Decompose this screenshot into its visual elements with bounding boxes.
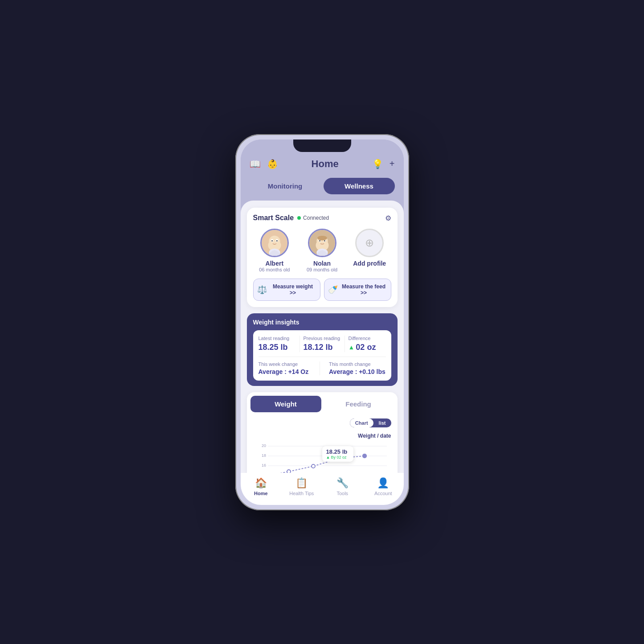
tooltip-change: ▲ By 02 oz [326,455,349,459]
add-profile-name: Add profile [353,260,386,267]
baby-icon[interactable]: 👶 [267,159,278,169]
list-toggle-option[interactable]: list [373,418,391,427]
connected-badge: Connected [297,215,329,221]
tooltip-up-icon: ▲ [326,455,330,459]
week-change-label: This week change [258,361,316,367]
diff-col: Difference ▲ 02 oz [349,336,386,352]
svg-point-31 [312,464,315,468]
albert-name: Albert [266,260,283,267]
svg-point-6 [276,240,278,242]
profile-nolan[interactable]: Nolan 09 months old [300,229,344,272]
tooltip-change-text: By 02 oz [331,455,346,459]
tools-nav-icon: 🔧 [336,477,349,489]
measure-weight-button[interactable]: ⚖️ Measure weight >> [253,279,320,301]
lightbulb-icon[interactable]: 💡 [372,159,383,169]
nav-account[interactable]: 👤 Account [363,477,404,496]
connected-label: Connected [303,215,329,221]
albert-age: 06 months old [259,267,290,272]
up-arrow-icon: ▲ [349,344,355,351]
smart-scale-card: Smart Scale Connected ⚙ [247,208,398,307]
tooltip-value: 18.25 lb [326,448,349,455]
wf-tab-row: Weight Feeding [247,392,398,416]
connected-dot [297,216,301,220]
svg-point-5 [271,240,273,242]
chart-list-toggle: Chart list [350,418,391,427]
book-icon[interactable]: 📖 [250,159,261,169]
svg-point-34 [362,454,367,458]
albert-avatar [260,229,289,257]
previous-col: Previous reading 18.12 lb [304,336,345,352]
svg-point-2 [269,235,280,246]
header-left-icons: 📖 👶 [250,159,278,169]
nav-home[interactable]: 🏠 Home [241,477,282,496]
bottle-icon: 🍼 [328,285,338,295]
latest-label: Latest reading [258,336,296,341]
tools-nav-label: Tools [336,491,348,496]
week-avg-value: +14 Oz [288,368,309,375]
nolan-age: 09 months old [307,267,337,272]
nolan-avatar [308,229,336,257]
chart-title: Weight / date [358,433,391,439]
latest-col: Latest reading 18.25 lb [258,336,300,352]
measure-feed-label: Measure the feed >> [340,283,387,296]
week-change-col: This week change Average : +14 Oz [258,361,316,375]
chart-tooltip: 18.25 lb ▲ By 02 oz [322,446,353,462]
page-title: Home [278,158,372,170]
tab-weight[interactable]: Weight [250,396,321,412]
diff-value: ▲ 02 oz [349,343,386,352]
header-right-icons: 💡 + [372,159,395,169]
month-change-label: This month change [329,361,386,367]
home-nav-icon: 🏠 [255,477,267,489]
insights-body: Latest reading 18.25 lb Previous reading… [253,330,391,381]
smart-scale-title: Smart Scale [253,214,294,222]
bottom-nav: 🏠 Home 📋 Health Tips 🔧 Tools 👤 Account [241,473,404,505]
month-avg-label: Average : +0.10 lbs [329,368,386,375]
svg-text:16: 16 [262,463,266,468]
svg-text:20: 20 [262,443,266,448]
weight-insights-card: Weight insights Latest reading 18.25 lb … [247,313,398,386]
tab-feeding[interactable]: Feeding [323,396,394,412]
health-tips-nav-label: Health Tips [289,491,314,496]
changes-row: This week change Average : +14 Oz This m… [258,361,386,375]
account-nav-label: Account [374,491,392,496]
main-tabs: Monitoring Wellness [241,174,404,201]
insights-title: Weight insights [253,319,391,326]
measure-weight-label: Measure weight >> [270,283,316,296]
month-avg-value: +0.10 lbs [359,368,386,375]
diff-val-text: 02 oz [356,343,376,352]
nav-tools[interactable]: 🔧 Tools [322,477,363,496]
scale-icon: ⚖️ [257,285,267,295]
chart-title-row: Weight / date [253,433,391,439]
tab-monitoring[interactable]: Monitoring [250,178,321,194]
latest-value: 18.25 lb [258,343,296,352]
nav-health-tips[interactable]: 📋 Health Tips [281,477,322,496]
week-avg-label: Average : +14 Oz [258,368,316,375]
tab-wellness[interactable]: Wellness [324,178,395,194]
chart-toggle-option[interactable]: Chart [350,418,373,427]
previous-value: 18.12 lb [304,343,341,352]
smart-scale-header: Smart Scale Connected ⚙ [253,214,391,222]
profile-albert[interactable]: Albert 06 months old [253,229,296,272]
measure-buttons: ⚖️ Measure weight >> 🍼 Measure the feed … [253,279,391,301]
chart-toggle-area: Chart list [247,416,398,427]
profiles-row: Albert 06 months old [253,229,391,272]
readings-row: Latest reading 18.25 lb Previous reading… [258,336,386,357]
profile-add[interactable]: ⊕ Add profile [348,229,391,272]
month-change-col: This month change Average : +0.10 lbs [324,361,386,375]
previous-label: Previous reading [304,336,341,341]
measure-feed-button[interactable]: 🍼 Measure the feed >> [324,279,391,301]
home-nav-label: Home [254,491,268,496]
content-area: Smart Scale Connected ⚙ [241,201,404,505]
svg-point-13 [319,240,320,242]
svg-point-15 [317,235,327,240]
nolan-name: Nolan [313,260,331,267]
svg-text:18: 18 [262,453,266,458]
health-tips-nav-icon: 📋 [295,477,308,489]
account-nav-icon: 👤 [377,477,389,489]
svg-point-14 [324,240,325,242]
add-profile-icon: ⊕ [365,237,374,249]
filter-icon[interactable]: ⚙ [385,214,391,222]
add-avatar: ⊕ [355,229,384,257]
diff-label: Difference [349,336,386,341]
add-icon[interactable]: + [390,159,395,169]
